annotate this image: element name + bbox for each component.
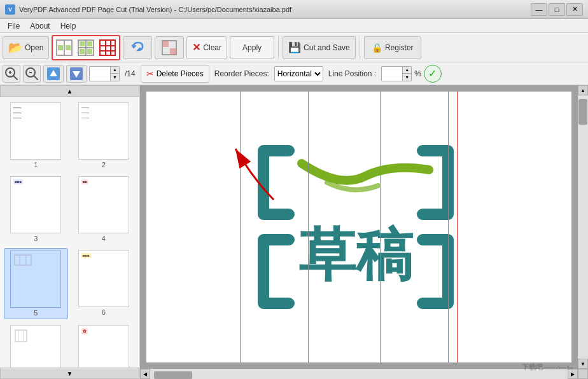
app-icon: V — [5, 4, 15, 15]
thumb-box-3: ■■■ — [10, 176, 61, 233]
thumbnail-3[interactable]: ■■■ 3 — [4, 174, 68, 244]
delete-pieces-button[interactable]: ✂ Delete Pieces — [141, 65, 209, 83]
undo-button[interactable] — [123, 36, 152, 59]
delete-pieces-label: Delete Pieces — [157, 69, 204, 78]
thumb-box-4: ■■ — [78, 176, 129, 233]
zoom-in-button[interactable] — [3, 65, 20, 83]
thumb-scroll-down[interactable]: ▼ — [0, 368, 139, 379]
title-bar: V VeryPDF Advanced PDF Page Cut (Trial V… — [0, 0, 588, 19]
clear-icon: ✕ — [192, 41, 200, 53]
page-number-input[interactable]: 5 ▲ ▼ — [89, 66, 120, 81]
thumb-box-2: ━━━━━━━━━ — [78, 102, 129, 160]
separator1 — [278, 36, 279, 59]
cut-grid-icon[interactable] — [97, 38, 118, 58]
cut-line-1 — [240, 92, 241, 362]
arrow-up-icon — [46, 66, 61, 81]
cut-save-label: Cut and Save — [304, 43, 350, 52]
svg-rect-11 — [100, 40, 115, 55]
zoom-in-icon — [4, 67, 18, 81]
thumb-tag-6: ■■■ — [81, 253, 91, 258]
confirm-button[interactable]: ✓ — [424, 65, 442, 83]
line-position-field[interactable]: 1 — [382, 67, 402, 81]
toolbar1: 📂 Open — [0, 33, 588, 62]
svg-rect-33 — [15, 330, 27, 341]
line-position-label: Line Position : — [326, 69, 379, 78]
page-up-button[interactable] — [43, 65, 64, 83]
page-down-button[interactable] — [66, 65, 87, 83]
thumbnail-2[interactable]: ━━━━━━━━━ 2 — [72, 100, 136, 170]
thumbnail-scroll-area: ━━━━━━━━━ 1 ━━━━━━━━━ 2 ■■■ 3 ■■ — [0, 97, 139, 368]
cut-icons-group — [52, 35, 120, 60]
zoom-out-button[interactable] — [23, 65, 41, 83]
thumbnail-5[interactable]: 5 — [4, 248, 68, 319]
clear-label: Clear — [203, 43, 221, 52]
reorder-select[interactable]: Horizontal Vertical — [274, 66, 323, 81]
thumbnail-7[interactable]: 7 — [4, 323, 68, 368]
thumb-label-5: 5 — [34, 309, 38, 317]
split-button[interactable] — [155, 36, 184, 59]
thumbnail-6[interactable]: ■■■ 6 — [72, 248, 136, 319]
separator2 — [360, 36, 360, 59]
scissors-icon: ✂ — [146, 69, 154, 79]
svg-rect-30 — [15, 255, 31, 265]
thumb-box-8: ✿ — [78, 325, 129, 368]
register-button[interactable]: 🔒 Register — [364, 36, 421, 59]
thumb-label-2: 2 — [102, 161, 106, 169]
spin-up-button[interactable]: ▲ — [110, 67, 119, 74]
line-pos-spin-down[interactable]: ▼ — [402, 74, 411, 81]
cut-save-button[interactable]: 💾 Cut and Save — [283, 36, 356, 59]
pdf-scroll-horizontal[interactable]: ◀ ▶ — [140, 369, 578, 379]
scroll-thumb-horizontal[interactable] — [154, 371, 192, 379]
scroll-up-arrow[interactable]: ▲ — [578, 85, 588, 95]
close-button[interactable]: ✕ — [566, 3, 583, 16]
pdf-scroll-vertical[interactable]: ▲ ▼ — [578, 85, 588, 369]
lock-icon: 🔒 — [372, 43, 382, 53]
cut-v-svg — [55, 39, 73, 57]
thumb-tag-3: ■■■ — [13, 179, 23, 184]
menu-file[interactable]: File — [3, 20, 25, 32]
svg-line-22 — [13, 76, 17, 79]
line-position-input[interactable]: 1 ▲ ▼ — [381, 66, 412, 81]
scroll-down-arrow[interactable]: ▼ — [578, 359, 588, 369]
menu-about[interactable]: About — [25, 20, 55, 32]
cut-line-red — [457, 92, 458, 362]
cut-line-3 — [380, 92, 381, 362]
maximize-button[interactable]: □ — [549, 3, 565, 16]
scroll-thumb-vertical[interactable] — [578, 99, 587, 125]
open-button[interactable]: 📂 Open — [3, 36, 49, 59]
thumb-scroll-up[interactable]: ▲ — [0, 85, 139, 97]
cut-h-svg — [77, 39, 95, 57]
apply-button[interactable]: Apply — [230, 36, 274, 59]
pdf-stamp-svg: 草稿 — [238, 113, 480, 341]
thumb-box-7 — [10, 325, 61, 368]
scroll-corner — [578, 369, 588, 379]
menu-bar: File About Help — [0, 19, 588, 33]
line-pos-spin-up[interactable]: ▲ — [402, 67, 411, 74]
svg-rect-18 — [170, 48, 176, 55]
cut-vertical-icon[interactable] — [54, 38, 74, 58]
svg-rect-2 — [58, 45, 63, 50]
spinner-buttons: ▲ ▼ — [110, 67, 119, 81]
title-text: VeryPDF Advanced PDF Page Cut (Trial Ver… — [19, 6, 531, 13]
scroll-left-arrow[interactable]: ◀ — [140, 369, 150, 379]
thumb-box-5 — [10, 251, 61, 308]
apply-label: Apply — [242, 43, 262, 52]
thumbnail-4[interactable]: ■■ 4 — [72, 174, 136, 244]
page-number-field[interactable]: 5 — [90, 67, 110, 81]
svg-rect-10 — [87, 49, 92, 54]
reorder-label: Reorder Pieces: — [212, 69, 272, 78]
thumbnail-8[interactable]: ✿ 8 — [72, 323, 136, 368]
clear-button[interactable]: ✕ Clear — [186, 36, 227, 59]
cut-horizontal-icon[interactable] — [76, 38, 96, 58]
svg-text:www.xiazaiba.com: www.xiazaiba.com — [543, 366, 573, 370]
minimize-button[interactable]: — — [531, 3, 547, 16]
spin-down-button[interactable]: ▼ — [110, 74, 119, 81]
percent-label: % — [414, 69, 421, 78]
menu-help[interactable]: Help — [55, 20, 81, 32]
pdf-area: 草稿 ▲ — [140, 85, 588, 379]
split-icon — [160, 39, 178, 57]
watermark-svg: 下载吧 www.xiazaiba.com — [522, 360, 573, 373]
svg-line-25 — [34, 76, 38, 79]
thumbnail-1[interactable]: ━━━━━━━━━ 1 — [4, 100, 68, 170]
svg-rect-17 — [162, 41, 169, 47]
